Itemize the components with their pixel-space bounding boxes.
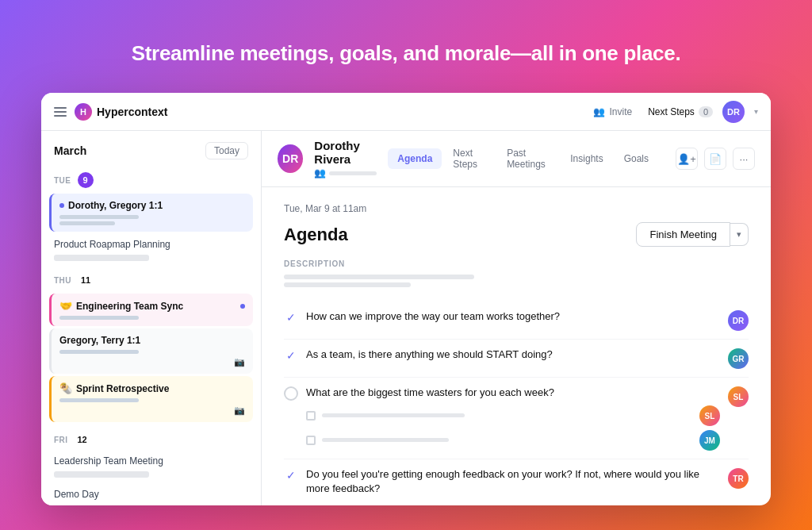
next-steps-count: 0 — [699, 106, 713, 117]
day-abbr-thu: THU — [54, 276, 71, 285]
meeting-sub-bar — [54, 471, 149, 478]
agenda-item: ✓ As a team, is there anything we should… — [284, 340, 749, 378]
document-button[interactable]: 📄 — [704, 148, 726, 170]
desc-bar-2 — [284, 282, 411, 287]
more-options-button[interactable]: ··· — [733, 148, 755, 170]
topbar: H Hypercontext 👥 Invite Next Steps 0 DR … — [41, 93, 771, 131]
meeting-dot — [59, 203, 64, 208]
day-abbr-tue: TUE — [54, 176, 71, 185]
tab-past-meetings[interactable]: Past Meetings — [497, 143, 559, 175]
agenda-header: Agenda Finish Meeting ▾ — [284, 222, 749, 247]
list-item[interactable]: Leadership Team Meeting — [41, 451, 261, 471]
checkmark-icon: ✓ — [284, 310, 298, 325]
role-bar — [329, 171, 377, 175]
meeting-subtitle-bar — [59, 398, 139, 402]
list-item[interactable]: Demo Day — [41, 484, 261, 505]
agenda-item-text: What are the biggest time wasters for yo… — [306, 386, 720, 400]
meeting-date: Tue, Mar 9 at 11am — [284, 203, 749, 214]
finish-meeting-button[interactable]: Finish Meeting — [636, 222, 730, 247]
meeting-info: Dorothy Rivera 👥 — [314, 139, 377, 179]
tab-next-steps[interactable]: Next Steps — [443, 143, 496, 175]
checkmark-icon: ✓ — [284, 348, 298, 363]
day-number-tue: 9 — [78, 172, 94, 188]
avatar: SL — [699, 405, 720, 426]
list-item[interactable]: Dorothy, Gregory 1:1 — [49, 194, 253, 232]
chevron-down-icon[interactable]: ▾ — [754, 107, 758, 116]
list-item[interactable]: 🤝 Engineering Team Sync — [49, 294, 253, 326]
desc-bar-1 — [284, 275, 474, 279]
finish-btn-wrapper: Finish Meeting ▾ — [636, 222, 749, 247]
people-icon: 👥 — [314, 167, 326, 179]
meeting-subtitle-bar — [59, 350, 139, 354]
tab-insights[interactable]: Insights — [561, 148, 612, 169]
meeting-icons: 📷 — [59, 357, 245, 367]
description-label: DESCRIPTION — [284, 259, 749, 268]
meeting-icons: 📷 — [59, 405, 245, 416]
agenda-item-text: As a team, is there anything we should S… — [306, 348, 720, 362]
checkbox-icon — [306, 436, 316, 445]
today-button[interactable]: Today — [205, 142, 248, 159]
invite-label: Invite — [609, 106, 632, 117]
list-item[interactable]: Product Roapmap Planning — [41, 234, 261, 255]
finish-dropdown-button[interactable]: ▾ — [730, 223, 749, 246]
tab-actions: 👤+ 📄 ··· — [676, 148, 755, 170]
avatar: TR — [728, 468, 749, 489]
camera-icon: 📷 — [234, 405, 245, 416]
day-number-thu: 11 — [78, 272, 94, 288]
main-layout: March Today TUE 9 Dorothy, Gregory 1:1 — [41, 131, 771, 505]
meeting-role-bar: 👥 — [314, 167, 377, 179]
day-label-thu: THU 11 — [41, 267, 261, 291]
camera-icon: 📷 — [234, 357, 245, 367]
tab-goals[interactable]: Goals — [615, 148, 658, 169]
meeting-title: 🌯 Sprint Retrospective — [59, 382, 245, 394]
list-item[interactable]: 🌯 Sprint Retrospective 📷 — [49, 376, 253, 422]
avatar: JM — [699, 430, 720, 451]
meeting-tabs: Agenda Next Steps Past Meetings Insights… — [388, 143, 658, 175]
meeting-title: Dorothy, Gregory 1:1 — [59, 200, 245, 211]
subitem-bar — [322, 413, 465, 417]
day-section-tue: TUE 9 Dorothy, Gregory 1:1 Product Roapm… — [41, 167, 261, 261]
checkmark-icon: ✓ — [284, 468, 298, 482]
logo-wrapper: H Hypercontext — [75, 103, 167, 121]
checkbox-icon — [306, 411, 316, 421]
hero-section: Streamline meetings, goals, and morale—a… — [0, 0, 812, 93]
day-label-tue: TUE 9 — [41, 167, 261, 191]
avatar: DR — [278, 144, 303, 173]
day-label-fri: FRI 12 — [41, 427, 261, 451]
next-steps-button[interactable]: Next Steps 0 — [648, 106, 713, 117]
topbar-right: 👥 Invite Next Steps 0 DR ▾ — [587, 101, 758, 123]
agenda-title: Agenda — [284, 225, 348, 245]
user-avatar[interactable]: DR — [722, 101, 745, 123]
sidebar-header: March Today — [41, 131, 261, 167]
meeting-name: Dorothy Rivera — [314, 139, 377, 166]
day-number-fri: 12 — [75, 432, 90, 447]
meeting-sub-bar — [54, 255, 149, 261]
meeting-title: Gregory, Terry 1:1 — [59, 335, 245, 346]
sidebar-month: March — [54, 144, 86, 157]
next-steps-label: Next Steps — [648, 106, 695, 117]
agenda-item-text: How can we improve the way our team work… — [306, 309, 720, 324]
invite-button[interactable]: 👥 Invite — [587, 103, 638, 121]
subitem-row: SL — [306, 405, 720, 426]
content-area: DR Dorothy Rivera 👥 Agenda Next Steps Pa… — [262, 131, 771, 505]
meeting-header: DR Dorothy Rivera 👥 Agenda Next Steps Pa… — [262, 131, 771, 187]
agenda-subitems: SL JM — [306, 405, 720, 451]
tab-agenda[interactable]: Agenda — [388, 148, 442, 169]
subitem-bar — [322, 438, 449, 442]
avatar: SL — [728, 386, 749, 407]
agenda-item: What are the biggest time wasters for yo… — [284, 378, 749, 459]
add-member-button[interactable]: 👤+ — [676, 148, 698, 170]
avatar: DR — [728, 310, 749, 331]
meeting-subtitle-bar2 — [59, 221, 115, 225]
logo-icon: H — [75, 103, 92, 121]
agenda-item: ✓ How can we improve the way our team wo… — [284, 301, 749, 340]
meeting-subtitle-bar — [59, 316, 139, 320]
list-item[interactable]: Gregory, Terry 1:1 📷 — [49, 328, 253, 374]
day-section-thu: THU 11 🤝 Engineering Team Sync Gregory, … — [41, 267, 261, 422]
invite-icon: 👥 — [593, 106, 605, 117]
hamburger-icon[interactable] — [54, 107, 67, 117]
topbar-left: H Hypercontext — [54, 103, 167, 121]
agenda-item-content: What are the biggest time wasters for yo… — [306, 386, 720, 451]
radio-icon — [284, 386, 298, 401]
day-abbr-fri: FRI — [54, 436, 68, 444]
